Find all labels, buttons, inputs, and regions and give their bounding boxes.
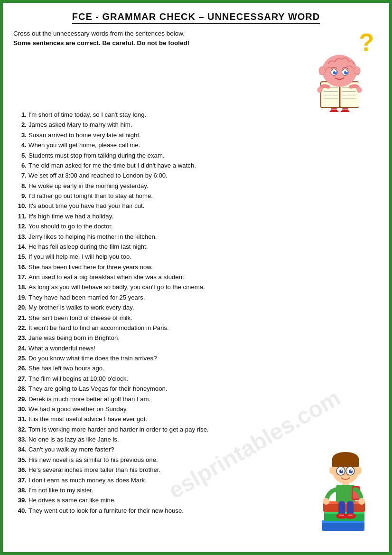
list-item: 17.Ann used to eat a big breakfast when … — [13, 272, 374, 282]
sentence-number: 2. — [13, 120, 28, 130]
list-item: 27.The film will begins at 10:00 o'clock… — [13, 374, 374, 384]
sentence-number: 22. — [13, 323, 28, 333]
sentence-text: As long as you will behave so badly, you… — [28, 282, 374, 292]
svg-point-47 — [323, 498, 329, 505]
list-item: 2.James asked Mary to marry with him. — [13, 120, 374, 130]
list-item: 7.We set off at 3:00 and reached to Lond… — [13, 170, 374, 180]
list-item: 3.Susan arrived to home very late at nig… — [13, 130, 374, 140]
svg-point-22 — [335, 71, 336, 73]
sentence-number: 20. — [13, 302, 28, 312]
sentence-number: 4. — [13, 140, 28, 150]
sentence-number: 31. — [13, 414, 28, 424]
sentence-number: 39. — [13, 495, 28, 505]
sentence-number: 21. — [13, 313, 28, 323]
svg-point-27 — [356, 87, 362, 93]
list-item: 23.Jane was being born in Brighton. — [13, 333, 374, 343]
sentence-number: 6. — [13, 160, 28, 170]
sentence-number: 32. — [13, 424, 28, 434]
svg-point-17 — [322, 55, 357, 87]
page: FCE - GRAMMAR CHECK – UNNECESSARY WORD C… — [0, 0, 392, 555]
instruction-line1: Cross out the unnecessary words from the… — [13, 30, 185, 37]
list-item: 32.Tom is working more harder and harder… — [13, 424, 374, 434]
sentence-text: Jerry likes to helping his mother in the… — [28, 232, 374, 242]
sentence-number: 15. — [13, 252, 28, 262]
svg-point-26 — [317, 87, 323, 93]
sentence-text: It won't be hard to find an accommodatio… — [28, 323, 374, 333]
sentence-number: 19. — [13, 292, 28, 302]
sentence-number: 29. — [13, 394, 28, 404]
sentence-text: She isn't been fond of cheese of milk. — [28, 313, 374, 323]
sentence-number: 10. — [13, 201, 28, 211]
sentence-text: He has fell asleep during the film last … — [28, 242, 374, 252]
svg-point-54 — [356, 467, 362, 474]
sentence-text: My brother is walks to work every day. — [28, 302, 374, 312]
kid-character-icon — [310, 449, 383, 546]
svg-point-61 — [351, 470, 352, 471]
instruction-line2: Some sentences are correct. Be careful. … — [13, 39, 189, 47]
brain-character-icon — [303, 46, 376, 112]
sentence-number: 33. — [13, 434, 28, 444]
sentence-text: When you will get home, please call me. — [28, 140, 374, 150]
left-content: Cross out the unnecessary words from the… — [13, 29, 303, 53]
list-item: 12.You should to go to the doctor. — [13, 221, 374, 231]
sentence-number: 5. — [13, 151, 28, 160]
sentence-number: 12. — [13, 221, 28, 231]
sentence-text: It's high time we had a holiday. — [28, 211, 374, 221]
svg-point-53 — [329, 467, 335, 474]
sentence-number: 27. — [13, 374, 28, 384]
sentence-text: She has been lived here for three years … — [28, 262, 374, 272]
list-item: 29.Derek is much more better at golf tha… — [13, 394, 374, 404]
list-item: 21.She isn't been fond of cheese of milk… — [13, 313, 374, 323]
list-item: 15.If you will help me, I will help you … — [13, 252, 374, 262]
sentence-number: 24. — [13, 343, 28, 353]
sentence-text: Do you know what time does the train arr… — [28, 353, 374, 363]
list-item: 20.My brother is walks to work every day… — [13, 302, 374, 312]
sentence-number: 11. — [13, 211, 28, 221]
list-item: 14.He has fell asleep during the film la… — [13, 242, 374, 252]
sentence-text: Derek is much more better at golf than I… — [28, 394, 374, 404]
list-item: 28.They are going to Las Vegas for their… — [13, 384, 374, 394]
sentence-text: He woke up early in the morning yesterda… — [28, 181, 374, 191]
sentence-number: 25. — [13, 353, 28, 363]
svg-point-23 — [346, 71, 347, 73]
sentence-number: 36. — [13, 465, 28, 475]
sentence-text: James asked Mary to marry with him. — [28, 120, 374, 130]
svg-point-60 — [341, 470, 343, 471]
list-item: 26.She has left two hours ago. — [13, 363, 374, 373]
sentence-text: I'm short of time today, so I can't stay… — [28, 110, 374, 120]
sentence-number: 13. — [13, 232, 28, 242]
sentence-number: 18. — [13, 282, 28, 292]
list-item: 25.Do you know what time does the train … — [13, 353, 374, 363]
sentence-text: What a wonderful news! — [28, 343, 374, 353]
sentence-number: 34. — [13, 444, 28, 454]
list-item: 11.It's high time we had a holiday. — [13, 211, 374, 221]
sentence-number: 26. — [13, 363, 28, 373]
sentence-number: 28. — [13, 384, 28, 394]
list-item: 31.It is the most useful advice I have e… — [13, 414, 374, 424]
sentence-number: 7. — [13, 170, 28, 180]
svg-point-24 — [319, 66, 326, 75]
page-title: FCE - GRAMMAR CHECK – UNNECESSARY WORD — [72, 11, 320, 24]
sentence-text: The film will begins at 10:00 o'clock. — [28, 374, 374, 384]
list-item: 6.The old man asked for me the time but … — [13, 160, 374, 170]
sentence-number: 9. — [13, 191, 28, 201]
svg-rect-52 — [332, 459, 359, 467]
sentence-text: Ann used to eat a big breakfast when she… — [28, 272, 374, 282]
list-item: 18.As long as you will behave so badly, … — [13, 282, 374, 292]
sentence-text: If you will help me, I will help you too… — [28, 252, 374, 262]
sentence-text: Students must stop from talking during t… — [28, 151, 374, 160]
sentence-number: 30. — [13, 404, 28, 414]
svg-point-62 — [344, 474, 347, 476]
list-item: 30.We had a good weather on Sunday. — [13, 404, 374, 414]
sentence-text: We set off at 3:00 and reached to London… — [28, 170, 374, 180]
sentence-text: No one is as lazy as like Jane is. — [28, 434, 374, 444]
sentence-number: 3. — [13, 130, 28, 140]
sentence-number: 14. — [13, 242, 28, 252]
list-item: 1.I'm short of time today, so I can't st… — [13, 110, 374, 120]
sentence-number: 38. — [13, 485, 28, 495]
svg-point-44 — [345, 513, 356, 519]
svg-point-48 — [358, 498, 365, 505]
sentence-number: 17. — [13, 272, 28, 282]
sentence-text: Tom is working more harder and harder in… — [28, 424, 374, 434]
sentence-number: 8. — [13, 181, 28, 191]
